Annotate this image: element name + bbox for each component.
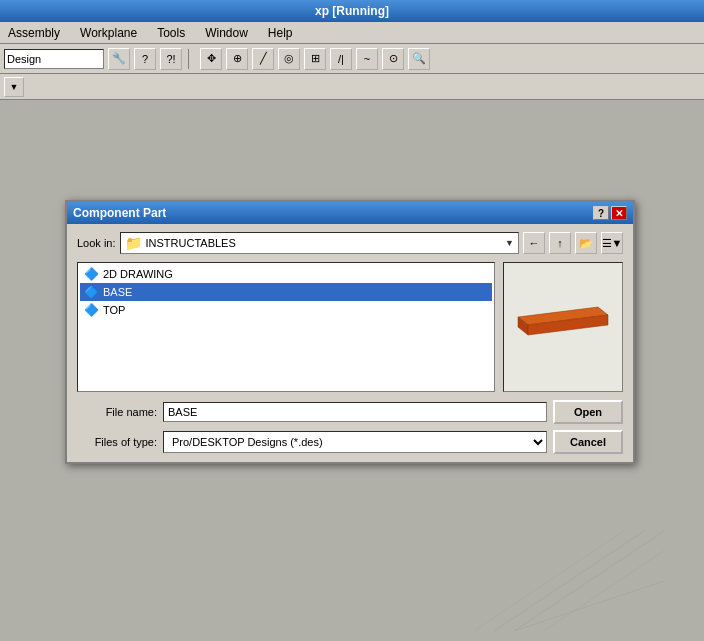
filename-label: File name: [77,406,157,418]
main-area: Component Part ? ✕ Look in: 📁 INSTRUCTAB… [0,100,704,641]
filetype-select[interactable]: Pro/DESKTOP Designs (*.des) [163,431,547,453]
menu-assembly[interactable]: Assembly [4,25,64,41]
dialog-content: Look in: 📁 INSTRUCTABLES ▼ ← ↑ 📂 ☰▼ [67,224,633,462]
toolbar2: ▼ [0,74,704,100]
toolbar-tool1[interactable]: ✥ [200,48,222,70]
file-icon-top: 🔷 [84,303,99,317]
look-in-row: Look in: 📁 INSTRUCTABLES ▼ ← ↑ 📂 ☰▼ [77,232,623,254]
nav-up-btn[interactable]: ↑ [549,232,571,254]
nav-new-folder-btn[interactable]: 📂 [575,232,597,254]
preview-3d-shape [508,297,618,357]
toolbar-tool8[interactable]: ⊙ [382,48,404,70]
file-item-top[interactable]: 🔷 TOP [80,301,492,319]
design-dropdown[interactable] [4,49,104,69]
menu-tools[interactable]: Tools [153,25,189,41]
buttons-col-cancel: Cancel [553,430,623,454]
menu-window[interactable]: Window [201,25,252,41]
toolbar: 🔧 ? ?! ✥ ⊕ ╱ ◎ ⊞ /| ~ ⊙ 🔍 [0,44,704,74]
filetype-cancel-row: Files of type: Pro/DESKTOP Designs (*.de… [77,430,623,454]
buttons-col: Open [553,400,623,424]
toolbar-icon-btn1[interactable]: 🔧 [108,48,130,70]
file-item-base[interactable]: 🔷 BASE [80,283,492,301]
look-in-select[interactable]: 📁 INSTRUCTABLES ▼ [120,232,519,254]
dialog-title-bar: Component Part ? ✕ [67,202,633,224]
svg-line-0 [514,531,664,631]
filetype-section: Files of type: Pro/DESKTOP Designs (*.de… [77,430,547,454]
toolbar-tool9[interactable]: 🔍 [408,48,430,70]
look-in-dropdown-arrow: ▼ [505,238,514,248]
toolbar-tool2[interactable]: ⊕ [226,48,248,70]
file-icon-2ddrawing: 🔷 [84,267,99,281]
svg-line-2 [474,531,624,631]
dialog-close-button[interactable]: ✕ [611,206,627,220]
nav-back-btn[interactable]: ← [523,232,545,254]
look-in-select-inner: 📁 INSTRUCTABLES [125,235,236,251]
toolbar-sep1 [188,49,194,69]
toolbar-tool3[interactable]: ╱ [252,48,274,70]
toolbar-tool7[interactable]: ~ [356,48,378,70]
file-name-top: TOP [103,304,125,316]
file-name-base: BASE [103,286,132,298]
filename-input[interactable]: BASE [163,402,547,422]
filetype-wrapper: Pro/DESKTOP Designs (*.des) [163,431,547,453]
title-text: xp [Running] [315,4,389,18]
folder-icon: 📁 [125,235,142,251]
file-icon-base: 🔷 [84,285,99,299]
toolbar-tool6[interactable]: /| [330,48,352,70]
deco-lines [464,471,664,631]
open-button[interactable]: Open [553,400,623,424]
nav-view-btn[interactable]: ☰▼ [601,232,623,254]
toolbar-help-btn[interactable]: ? [134,48,156,70]
svg-line-4 [544,551,664,631]
menu-help[interactable]: Help [264,25,297,41]
toolbar-tool5[interactable]: ⊞ [304,48,326,70]
title-bar: xp [Running] [0,0,704,22]
dialog-main: 🔷 2D DRAWING 🔷 BASE 🔷 TOP [77,262,623,392]
look-in-label: Look in: [77,237,116,249]
dialog-title-buttons: ? ✕ [593,206,627,220]
filetype-label: Files of type: [77,436,157,448]
cancel-button[interactable]: Cancel [553,430,623,454]
svg-line-1 [494,531,644,631]
toolbar2-dropdown[interactable]: ▼ [4,77,24,97]
look-in-value: INSTRUCTABLES [146,237,236,249]
toolbar-hint-btn[interactable]: ?! [160,48,182,70]
filename-open-row: File name: BASE Open [77,400,623,424]
toolbar-tool4[interactable]: ◎ [278,48,300,70]
menu-bar: Assembly Workplane Tools Window Help [0,22,704,44]
component-part-dialog: Component Part ? ✕ Look in: 📁 INSTRUCTAB… [65,200,635,464]
dialog-title: Component Part [73,206,166,220]
menu-workplane[interactable]: Workplane [76,25,141,41]
file-list[interactable]: 🔷 2D DRAWING 🔷 BASE 🔷 TOP [77,262,495,392]
file-name-2ddrawing: 2D DRAWING [103,268,173,280]
dialog-help-button[interactable]: ? [593,206,609,220]
file-item-2ddrawing[interactable]: 🔷 2D DRAWING [80,265,492,283]
filename-section: File name: BASE [77,400,547,424]
svg-line-3 [514,581,664,631]
preview-pane [503,262,623,392]
